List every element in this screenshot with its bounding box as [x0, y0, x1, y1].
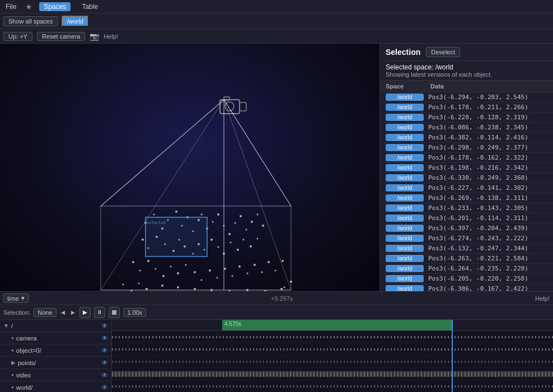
table-row[interactable]: /world Pos3(-6.178, -0.211, 2.266) [380, 102, 553, 113]
space-badge[interactable]: /world [386, 275, 424, 282]
track-object-text: object=0/ [16, 347, 41, 354]
help-button-toolbar[interactable]: Help! [104, 33, 118, 40]
left-arrow-icon[interactable]: ◄ [60, 309, 67, 316]
svg-point-42 [218, 246, 219, 248]
table-row[interactable]: /world Pos3(-6.220, -0.128, 2.319) [380, 113, 553, 123]
space-badge[interactable]: /world [386, 184, 424, 192]
svg-point-30 [262, 225, 264, 227]
eye-icon-world[interactable]: 👁 [101, 384, 108, 391]
track-strip-video [112, 380, 553, 392]
data-value: Pos3(-6.205, -0.220, 2.258) [424, 275, 547, 282]
file-menu[interactable]: File [3, 2, 18, 12]
menu-bar: File ★ Spaces Table [0, 0, 553, 13]
space-badge[interactable]: /world [386, 285, 424, 291]
table-row[interactable]: /world Pos3(-6.294, -0.203, 2.545) [380, 92, 553, 102]
table-row[interactable]: /world Pos3(-6.205, -0.220, 2.258) [380, 274, 553, 284]
table-row[interactable]: /world Pos3(-6.264, -0.235, 2.220) [380, 264, 553, 274]
right-arrow-icon[interactable]: ► [70, 309, 77, 316]
speed-display[interactable]: 1.00x [123, 308, 146, 317]
spaces-tab[interactable]: Spaces [39, 2, 71, 11]
selected-space-name: Selected space: /world [386, 63, 547, 71]
show-all-spaces-button[interactable]: Show all spaces [3, 16, 58, 26]
eye-icon-camera[interactable]: 👁 [101, 334, 108, 342]
svg-point-55 [177, 272, 179, 274]
table-row[interactable]: /world Pos3(-6.198, -0.216, 2.342) [380, 163, 553, 173]
svg-point-72 [138, 283, 140, 284]
space-badge[interactable]: /world [386, 104, 424, 111]
dots-object [112, 361, 553, 363]
table-row[interactable]: /world Pos3(-6.397, -0.204, 2.439) [380, 223, 553, 234]
world-button[interactable]: /world [62, 16, 89, 27]
data-value: Pos3(-6.132, -0.247, 2.344) [424, 245, 547, 252]
table-row[interactable]: /world Pos3(-6.298, -0.249, 2.377) [380, 143, 553, 153]
play-button[interactable]: ▶ [79, 307, 91, 318]
table-row[interactable]: /world Pos3(-6.178, -0.162, 2.322) [380, 153, 553, 163]
space-badge[interactable]: /world [386, 204, 424, 212]
expand-icon-points[interactable]: ▶ [11, 360, 16, 366]
space-badge[interactable]: /world [386, 144, 424, 151]
svg-point-69 [282, 260, 284, 262]
space-badge[interactable]: /world [386, 265, 424, 272]
table-row[interactable]: /world Pos3(-6.086, -0.238, 2.345) [380, 123, 553, 133]
timeline-track-area: ▼ / 👁 ● camera 👁 ● object=0/ 👁 ▶ points/… [0, 320, 553, 392]
track-strip-points [112, 368, 553, 380]
svg-point-49 [132, 261, 134, 263]
star-icon[interactable]: ★ [25, 2, 32, 11]
svg-point-93 [290, 281, 292, 283]
space-badge[interactable]: /world [386, 134, 424, 141]
svg-point-53 [162, 275, 165, 277]
timeline-range[interactable]: 4.570s [112, 320, 553, 331]
space-badge[interactable]: /world [386, 94, 424, 101]
svg-point-21 [212, 221, 214, 223]
data-value: Pos3(-6.201, -0.114, 2.311) [424, 214, 547, 222]
dots-video [112, 385, 553, 388]
space-badge[interactable]: /world [386, 194, 424, 202]
table-row[interactable]: /world Pos3(-6.269, -0.138, 2.311) [380, 193, 553, 203]
track-content[interactable]: 4.570s [112, 320, 553, 392]
playback-controls: Selection: None ◄ ► ▶ ⏸ 1.00x [0, 305, 553, 320]
space-badge[interactable]: /world [386, 255, 424, 262]
space-badge[interactable]: /world [386, 164, 424, 171]
camera-icon[interactable]: 📷 [90, 32, 99, 41]
space-badge[interactable]: /world [386, 154, 424, 161]
table-row[interactable]: /world Pos3(-6.274, -0.243, 2.222) [380, 234, 553, 244]
table-row[interactable]: /world Pos3(-6.201, -0.114, 2.311) [380, 213, 553, 223]
svg-line-8 [224, 100, 291, 290]
space-badge[interactable]: /world [386, 225, 424, 232]
table-row[interactable]: /world Pos3(-6.132, -0.247, 2.344) [380, 244, 553, 254]
eye-icon-points[interactable]: 👁 [101, 359, 108, 367]
track-world-text: world/ [16, 384, 32, 391]
eye-icon-video[interactable]: 👁 [101, 371, 108, 379]
time-position: +9.297s [29, 295, 536, 302]
space-badge[interactable]: /world [386, 245, 424, 252]
timeline-help-button[interactable]: Help! [535, 295, 550, 302]
data-value: Pos3(-6.397, -0.204, 2.439) [424, 225, 547, 232]
space-badge[interactable]: /world [386, 124, 424, 131]
up-y-button[interactable]: Up: +Y [3, 32, 32, 41]
table-row[interactable]: /world Pos3(-6.386, -0.167, 2.422) [380, 284, 553, 291]
space-badge[interactable]: /world [386, 235, 424, 242]
pause-button[interactable]: ⏸ [94, 307, 105, 318]
table-row[interactable]: /world Pos3(-6.227, -0.141, 2.302) [380, 183, 553, 193]
table-row[interactable]: /world Pos3(-6.233, -0.143, 2.305) [380, 203, 553, 213]
track-points-text: points/ [18, 360, 36, 366]
table-row[interactable]: /world Pos3(-6.263, -0.221, 2.584) [380, 254, 553, 264]
stop-button[interactable] [109, 307, 120, 318]
svg-rect-95 [112, 310, 116, 315]
table-tab[interactable]: Table [77, 2, 102, 11]
table-row[interactable]: /world Pos3(-6.382, -0.114, 2.416) [380, 133, 553, 143]
eye-icon-root[interactable]: 👁 [101, 322, 108, 330]
space-badge[interactable]: /world [386, 214, 424, 222]
none-badge[interactable]: None [34, 308, 56, 317]
eye-icon-object[interactable]: 👁 [101, 347, 108, 354]
deselect-button[interactable]: Deselect [426, 47, 460, 57]
space-badge[interactable]: /world [386, 114, 424, 121]
time-dropdown-icon[interactable]: ▾ [21, 295, 25, 302]
data-value: Pos3(-6.263, -0.221, 2.584) [424, 255, 547, 262]
expand-icon-root[interactable]: ▼ [3, 323, 9, 329]
reset-camera-button[interactable]: Reset camera [37, 32, 85, 41]
svg-point-73 [146, 288, 148, 290]
viewport[interactable]: selected [0, 44, 379, 291]
table-row[interactable]: /world Pos3(-6.330, -0.249, 2.360) [380, 173, 553, 183]
space-badge[interactable]: /world [386, 174, 424, 181]
